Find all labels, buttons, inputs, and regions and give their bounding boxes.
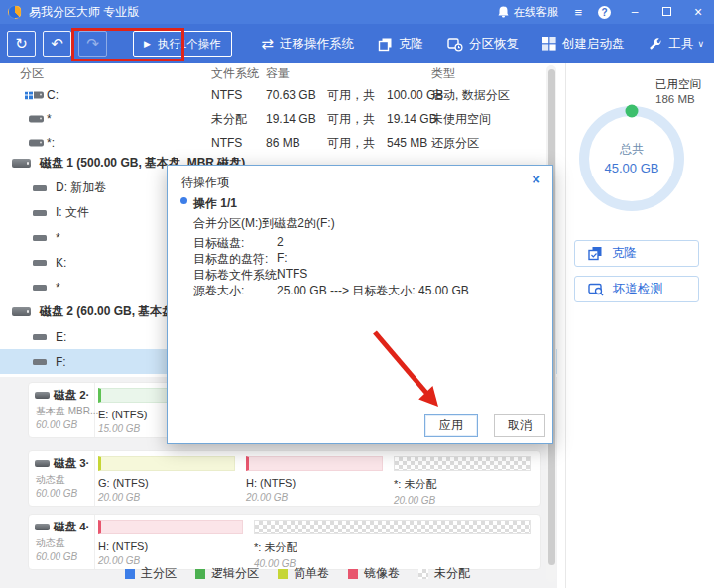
field-key: 目标磁盘: [193, 236, 244, 250]
migrate-os-icon: ⇄ [261, 35, 274, 53]
partition-bar [98, 520, 243, 534]
maximize-button[interactable] [658, 5, 674, 19]
partition-block-unallocated[interactable]: *: 未分配 40.00 GB [254, 520, 531, 569]
wrench-icon [648, 37, 662, 52]
column-header-type: 类型 [431, 65, 455, 82]
app-logo-icon [8, 5, 22, 19]
bad-sector-icon [588, 282, 604, 296]
partition-label: H: (NTFS) [98, 540, 243, 552]
disk4-card: 磁盘 4· 动态盘 60.00 GB H: (NTFS) 20.00 GB *:… [28, 514, 541, 570]
close-button[interactable]: × [690, 4, 706, 20]
disk-size: 60.00 GB [36, 419, 94, 430]
partition-block-g[interactable]: G: (NTFS) 20.00 GB [98, 456, 235, 506]
apply-button[interactable]: 应用 [424, 414, 478, 437]
partition-label: G: (NTFS) [98, 477, 235, 489]
bad-sector-test-button[interactable]: 坏道检测 [574, 276, 699, 302]
tree-item-label: I: 文件 [56, 204, 89, 221]
table-header-row: 分区 文件系统 容量 类型 [0, 63, 557, 83]
system-badge-icon [25, 91, 33, 99]
disk-name: 磁盘 4· [54, 520, 89, 534]
field-source-size: 源卷大小:25.00 GB ---> 目标卷大小: 45.00 GB [193, 283, 244, 299]
partition-block-h[interactable]: H: (NTFS) 20.00 GB [246, 456, 383, 506]
partition-block-unallocated[interactable]: *: 未分配 20.00 GB [394, 456, 531, 506]
migrate-os-button[interactable]: ⇄ 迁移操作系统 [261, 35, 354, 53]
legend-item-logical: 逻辑分区 [195, 565, 259, 582]
disk-icon [35, 392, 50, 399]
partition-type: 启动, 数据分区 [431, 87, 510, 104]
create-bootable-disk-label: 创建启动盘 [562, 36, 625, 53]
headset-icon [498, 6, 509, 18]
annotation-highlight-rectangle [71, 28, 184, 61]
field-value: 25.00 GB ---> 目标卷大小: 45.00 GB [277, 283, 469, 299]
legend: 主分区 逻辑分区 简单卷 镜像卷 未分配 [125, 565, 470, 582]
partition-recovery-button[interactable]: 分区恢复 [447, 36, 519, 53]
undo-button[interactable]: ↶ [43, 31, 71, 57]
legend-chip-logical [195, 569, 205, 579]
field-value: NTFS [277, 267, 307, 281]
used-space-label: 已用空间 [655, 77, 701, 92]
partition-icon [29, 140, 44, 147]
tools-menu-button[interactable]: 工具 ∨ [648, 36, 704, 53]
clone-label: 克隆 [399, 36, 423, 53]
legend-chip-mirror [348, 569, 358, 579]
minimize-button[interactable]: – [627, 5, 643, 19]
bad-sector-label: 坏道检测 [613, 281, 662, 297]
table-row[interactable]: * 未分配 19.14 GB 可用，共 19.14 GB 未使用空间 [0, 107, 557, 131]
partition-available-of: 可用，共 [327, 135, 375, 152]
disk2-info: 磁盘 2· 基本盘 MBR... 60.00 GB [29, 383, 95, 437]
table-row[interactable]: C: NTFS 70.63 GB 可用，共 100.00 GB 启动, 数据分区 [0, 83, 557, 107]
partition-bar-unallocated [254, 520, 531, 534]
legend-item-simple: 简单卷 [278, 565, 329, 582]
partition-name: *: [47, 136, 55, 150]
menu-icon[interactable]: ≡ [574, 6, 582, 19]
column-header-partition: 分区 [20, 65, 44, 82]
field-key: 源卷大小: [193, 284, 244, 297]
help-icon[interactable]: ? [598, 6, 611, 19]
clone-side-label: 克隆 [612, 245, 637, 262]
column-header-filesystem: 文件系统 [211, 65, 259, 82]
online-service-label: 在线客服 [513, 5, 558, 20]
partition-label: *: 未分配 [254, 540, 531, 555]
cancel-button[interactable]: 取消 [494, 414, 545, 437]
partition-size: 20.00 GB [394, 495, 531, 506]
operation-bullet-icon [180, 197, 187, 204]
refresh-icon: ↻ [15, 35, 28, 53]
online-service-button[interactable]: 在线客服 [498, 5, 558, 20]
disk3-info: 磁盘 3· 动态盘 60.00 GB [29, 451, 95, 506]
legend-label: 逻辑分区 [211, 565, 259, 582]
partition-name: * [47, 112, 52, 126]
clone-button[interactable]: 克隆 [378, 36, 423, 53]
disk-name: 磁盘 2· [54, 388, 89, 403]
refresh-button[interactable]: ↻ [7, 31, 36, 57]
tree-item-label: E: [56, 330, 66, 344]
partition-available-of: 可用，共 [327, 87, 375, 104]
partition-table: 分区 文件系统 容量 类型 C: NTFS 70.63 GB 可用，共 100.… [0, 63, 557, 155]
partition-available: 19.14 GB [266, 112, 316, 126]
field-key: 目标卷文件系统: [193, 268, 280, 282]
operation-summary: 合并分区(M:)到磁盘2的(F:) [193, 215, 335, 232]
donut-total-label: 总共 [572, 141, 691, 158]
legend-item-mirror: 镜像卷 [348, 565, 400, 582]
legend-chip-unallocated [418, 569, 428, 579]
partition-icon [29, 116, 44, 123]
partition-label: *: 未分配 [394, 477, 531, 492]
tools-label: 工具 [668, 36, 693, 53]
dialog-close-icon[interactable]: × [532, 172, 540, 186]
tree-item-label: K: [56, 256, 66, 270]
partition-icon [33, 185, 47, 191]
pending-operations-dialog: 待操作项 × 操作 1/1 合并分区(M:)到磁盘2的(F:) 目标磁盘:2 目… [167, 165, 553, 444]
disk-type: 基本盘 MBR... [36, 405, 94, 418]
disk-icon [35, 524, 50, 530]
partition-fs: 未分配 [211, 111, 247, 128]
disk-size: 60.00 GB [36, 488, 94, 499]
partition-block-h[interactable]: H: (NTFS) 20.00 GB [98, 520, 243, 569]
undo-icon: ↶ [51, 35, 63, 53]
disk-icon [12, 159, 31, 168]
legend-item-unallocated: 未分配 [418, 565, 470, 582]
chevron-down-icon: ∨ [697, 39, 704, 49]
clone-side-button[interactable]: 克隆 [574, 240, 699, 267]
partition-available: 86 MB [266, 136, 300, 150]
clone-icon [588, 246, 603, 261]
partition-name: C: [47, 88, 59, 102]
create-bootable-disk-button[interactable]: 创建启动盘 [542, 36, 625, 53]
